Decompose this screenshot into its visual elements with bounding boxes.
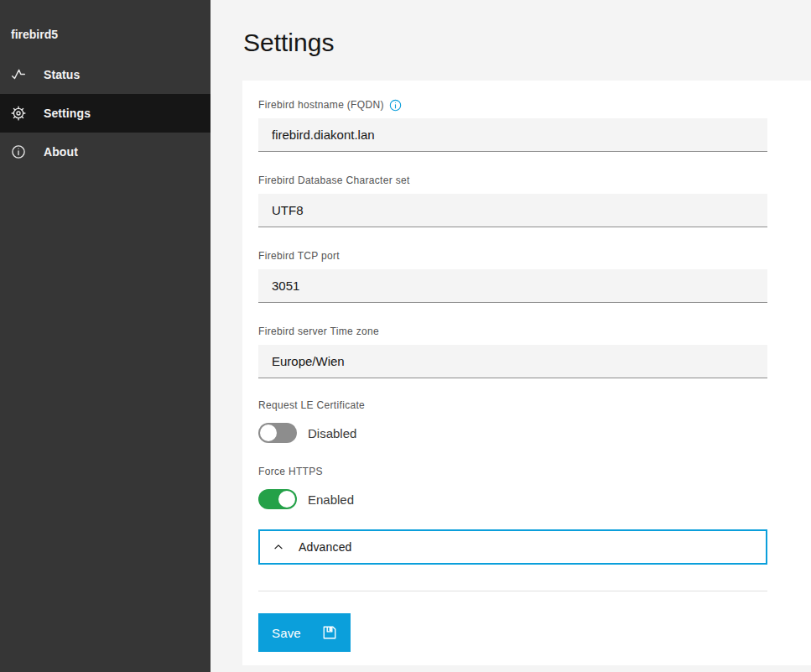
- toggle-knob: [278, 491, 295, 508]
- field-label: Firebird TCP port: [258, 249, 767, 263]
- sidebar-item-about[interactable]: About: [0, 133, 211, 171]
- field-tcp-port: Firebird TCP port: [258, 249, 767, 303]
- field-timezone: Firebird server Time zone: [258, 325, 767, 378]
- chevron-up-icon: [273, 541, 284, 553]
- field-hostname: Firebird hostname (FQDN): [258, 98, 767, 152]
- accordion-body: [258, 565, 767, 591]
- toggle-label: Force HTTPS: [258, 465, 767, 478]
- sidebar: firebird5 Status: [0, 0, 211, 672]
- toggle-block-force-https: Force HTTPS Enabled: [258, 465, 767, 509]
- info-tooltip-icon[interactable]: [389, 99, 402, 112]
- field-charset: Firebird Database Character set: [258, 174, 767, 227]
- tcp-port-input[interactable]: [258, 269, 767, 303]
- info-circle-icon: [11, 144, 26, 159]
- toggle-label-text: Force HTTPS: [258, 465, 323, 478]
- field-label-text: Firebird TCP port: [258, 249, 340, 263]
- force-https-toggle[interactable]: [258, 489, 297, 509]
- divider: [258, 591, 767, 591]
- sidebar-item-status[interactable]: Status: [0, 55, 211, 94]
- main-content: Settings Firebird hostname (FQDN): [211, 0, 811, 672]
- toggle-state-text: Disabled: [308, 426, 356, 440]
- save-floppy-icon: [322, 625, 337, 640]
- field-label: Firebird Database Character set: [258, 174, 767, 187]
- field-label-text: Firebird Database Character set: [258, 174, 410, 187]
- settings-form: Firebird hostname (FQDN): [258, 98, 767, 652]
- field-label: Firebird server Time zone: [258, 325, 767, 338]
- advanced-accordion-header[interactable]: Advanced: [258, 529, 767, 565]
- save-button-label: Save: [272, 626, 301, 640]
- save-button[interactable]: Save: [258, 613, 351, 652]
- field-label-text: Firebird server Time zone: [258, 325, 379, 338]
- toggle-label: Request LE Certificate: [258, 399, 767, 412]
- toggle-state-text: Enabled: [308, 492, 354, 507]
- timezone-input[interactable]: [258, 345, 767, 378]
- gear-icon: [11, 106, 26, 121]
- page-title: Settings: [243, 27, 811, 58]
- sidebar-item-label: About: [44, 145, 78, 159]
- hostname-input[interactable]: [258, 118, 767, 152]
- activity-icon: [11, 67, 26, 82]
- sidebar-item-settings[interactable]: Settings: [0, 94, 211, 133]
- le-certificate-toggle[interactable]: [258, 423, 297, 443]
- settings-card: Firebird hostname (FQDN): [242, 81, 811, 665]
- app-window: firebird5 Status: [0, 0, 811, 672]
- sidebar-item-label: Status: [44, 68, 80, 81]
- sidebar-item-label: Settings: [44, 107, 91, 120]
- field-label-text: Firebird hostname (FQDN): [258, 98, 384, 112]
- field-label: Firebird hostname (FQDN): [258, 98, 767, 112]
- toggle-knob: [260, 425, 277, 441]
- sidebar-nav: Status Settings: [0, 55, 211, 171]
- sidebar-app-title: firebird5: [0, 0, 211, 55]
- accordion-title: Advanced: [299, 540, 352, 554]
- toggle-label-text: Request LE Certificate: [258, 399, 365, 412]
- toggle-block-le-certificate: Request LE Certificate Disabled: [258, 399, 767, 443]
- charset-input[interactable]: [258, 194, 767, 227]
